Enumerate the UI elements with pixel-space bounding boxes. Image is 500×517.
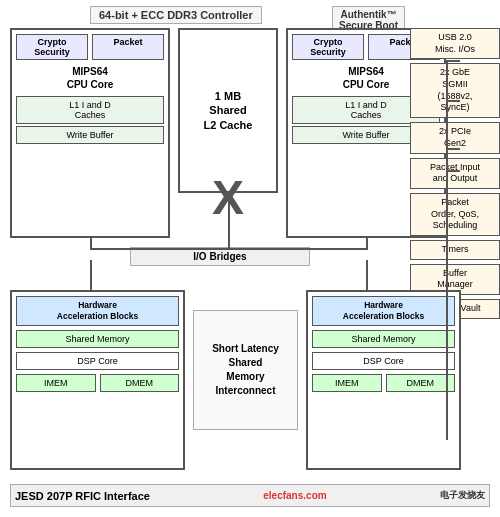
- shared-cache-box: 1 MB Shared L2 Cache: [178, 28, 278, 193]
- right-imem: IMEM: [312, 374, 382, 392]
- left-cpu-top-row: Crypto Security Packet: [12, 30, 168, 64]
- cache-size: 1 MB: [215, 89, 241, 103]
- vline-cache-down: [228, 193, 230, 250]
- left-crypto-box: Crypto Security: [16, 34, 88, 60]
- vline-io-right-dsp: [366, 260, 368, 292]
- right-dsp-box: Hardware Acceleration Blocks Shared Memo…: [306, 290, 461, 470]
- left-mips-label: MIPS64: [12, 64, 168, 79]
- left-imem: IMEM: [16, 374, 96, 392]
- top-controller-label: 64-bit + ECC DDR3 Controller: [90, 6, 262, 24]
- vline-right-panel: [446, 60, 448, 440]
- left-hw-accel: Hardware Acceleration Blocks: [16, 296, 179, 326]
- left-packet-box: Packet: [92, 34, 164, 60]
- main-diagram: 64-bit + ECC DDR3 Controller Authentik™ …: [0, 0, 500, 517]
- right-mem-row: IMEM DMEM: [312, 374, 455, 392]
- jesd-label: JESD 207P RFIC Interface: [15, 490, 150, 502]
- io-gbe: 2x GbE SGMII (1588v2, SyncE): [410, 63, 500, 118]
- left-cpu-box: Crypto Security Packet MIPS64 CPU Core L…: [10, 28, 170, 238]
- left-dsp-core: DSP Core: [16, 352, 179, 370]
- right-hw-accel-label: Hardware Acceleration Blocks: [343, 300, 424, 321]
- left-shared-memory: Shared Memory: [16, 330, 179, 348]
- elecfans-cn-label: 电子发烧友: [440, 489, 485, 502]
- bottom-interface-bar: JESD 207P RFIC Interface elecfans.com 电子…: [10, 484, 490, 507]
- right-dmem: DMEM: [386, 374, 456, 392]
- left-l1-cache: L1 I and D Caches: [16, 96, 164, 124]
- right-crypto-box: Crypto Security: [292, 34, 364, 60]
- right-io-panel: USB 2.0 Misc. I/Os 2x GbE SGMII (1588v2,…: [410, 28, 500, 319]
- left-mem-row: IMEM DMEM: [16, 374, 179, 392]
- left-write-buffer: Write Buffer: [16, 126, 164, 144]
- left-cpu-core-label: CPU Core: [12, 79, 168, 94]
- io-usb: USB 2.0 Misc. I/Os: [410, 28, 500, 59]
- left-dmem: DMEM: [100, 374, 180, 392]
- right-hw-accel: Hardware Acceleration Blocks: [312, 296, 455, 326]
- right-shared-memory: Shared Memory: [312, 330, 455, 348]
- io-timers: Timers: [410, 240, 500, 260]
- io-packet-input: Packet Input and Output: [410, 158, 500, 189]
- hline-right-panel-4: [446, 170, 460, 172]
- vline-io-left-dsp: [90, 260, 92, 292]
- cache-label: Shared L2 Cache: [204, 103, 253, 132]
- elecfans-watermark: elecfans.com: [263, 490, 326, 501]
- left-dsp-box: Hardware Acceleration Blocks Shared Memo…: [10, 290, 185, 470]
- center-memory-box: Short Latency Shared Memory Interconnect: [193, 310, 298, 430]
- hline-right-panel-2: [446, 100, 460, 102]
- io-packet-order: Packet Order, QoS, Scheduling: [410, 193, 500, 236]
- hline-right-panel-1: [446, 60, 460, 62]
- right-dsp-core: DSP Core: [312, 352, 455, 370]
- hline-right-panel-3: [446, 148, 460, 150]
- left-hw-accel-label: Hardware Acceleration Blocks: [57, 300, 138, 321]
